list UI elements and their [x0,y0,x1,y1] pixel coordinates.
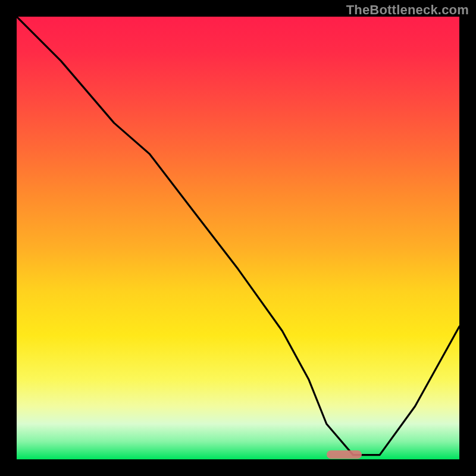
plot-area [17,17,459,459]
curve-svg [17,17,459,459]
chart-root: TheBottleneck.com [0,0,476,476]
watermark-label: TheBottleneck.com [346,2,469,18]
optimum-marker [327,450,362,459]
bottleneck-curve-path [17,17,459,455]
